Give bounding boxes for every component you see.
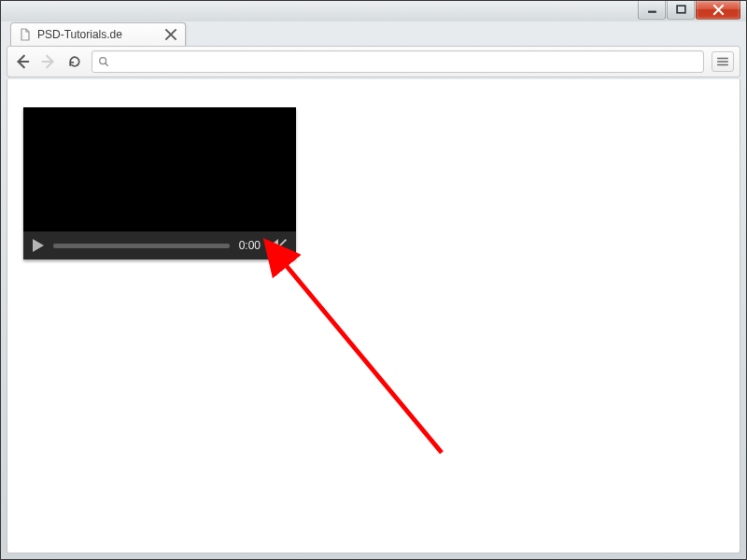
hamburger-icon bbox=[716, 55, 729, 68]
close-icon bbox=[164, 28, 177, 41]
chrome-menu-button[interactable] bbox=[712, 51, 734, 72]
window-titlebar[interactable] bbox=[1, 1, 746, 21]
address-bar[interactable] bbox=[92, 50, 704, 73]
tab-title: PSD-Tutorials.de bbox=[37, 28, 159, 41]
minimize-button[interactable] bbox=[638, 1, 666, 20]
video-controls: 0:00 bbox=[23, 231, 296, 259]
search-icon bbox=[98, 56, 109, 67]
tab-strip: PSD-Tutorials.de bbox=[1, 21, 746, 46]
mute-button[interactable] bbox=[270, 238, 287, 253]
tab-close-button[interactable] bbox=[164, 28, 177, 41]
file-icon bbox=[19, 28, 32, 41]
maximize-icon bbox=[676, 5, 686, 15]
tab-active[interactable]: PSD-Tutorials.de bbox=[10, 22, 186, 46]
reload-button[interactable] bbox=[65, 52, 84, 71]
close-button[interactable] bbox=[696, 1, 740, 20]
video-player[interactable]: 0:00 bbox=[23, 107, 296, 259]
svg-rect-0 bbox=[648, 11, 656, 13]
maximize-button[interactable] bbox=[667, 1, 695, 20]
forward-button bbox=[39, 52, 58, 71]
browser-toolbar bbox=[7, 46, 740, 77]
arrow-left-icon bbox=[14, 53, 31, 70]
svg-rect-1 bbox=[677, 6, 685, 13]
reload-icon bbox=[67, 54, 82, 69]
svg-line-3 bbox=[281, 259, 442, 453]
svg-point-2 bbox=[100, 58, 106, 64]
annotation-arrow bbox=[264, 243, 488, 467]
play-button[interactable] bbox=[33, 239, 44, 252]
address-input[interactable] bbox=[113, 52, 698, 71]
timecode: 0:00 bbox=[239, 239, 261, 252]
seek-slider[interactable] bbox=[53, 244, 230, 248]
window-frame: PSD-Tutorials.de bbox=[0, 0, 747, 560]
minimize-icon bbox=[647, 5, 657, 15]
back-button[interactable] bbox=[13, 52, 32, 71]
close-icon bbox=[712, 4, 725, 16]
page-viewport: 0:00 bbox=[7, 79, 740, 553]
window-buttons bbox=[637, 1, 740, 20]
arrow-right-icon bbox=[40, 53, 57, 70]
